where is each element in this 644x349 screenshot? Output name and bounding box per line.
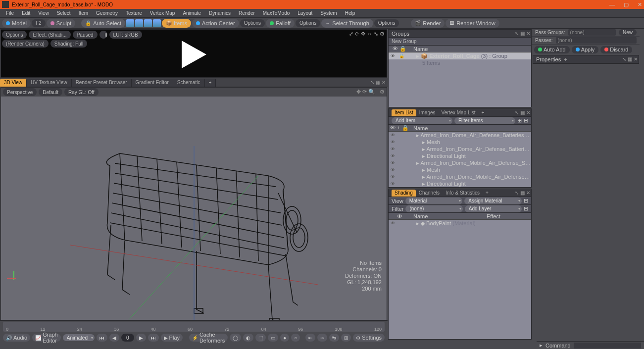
view-tab[interactable]: Render Preset Browser <box>72 79 132 87</box>
vp-default[interactable]: Default <box>39 88 62 96</box>
falloff-button[interactable]: Falloff <box>266 19 295 28</box>
itemlist-tab[interactable]: Item List <box>392 109 416 116</box>
filter-icon-2[interactable]: ⊟ <box>524 117 528 124</box>
menu-maxtomodo[interactable]: MaxToModo <box>259 10 294 16</box>
menu-layout[interactable]: Layout <box>294 10 316 16</box>
sh-icon[interactable]: ⊞ <box>524 198 528 204</box>
sculpt-button[interactable]: Sculpt <box>47 19 76 28</box>
tl-icon-2[interactable]: ◐ <box>243 334 253 342</box>
group-subrow[interactable]: 5 Items <box>389 59 531 66</box>
options-button-2[interactable]: Options <box>296 19 320 27</box>
assign-material-button[interactable]: Assign Material <box>464 198 522 204</box>
view-tab[interactable]: UV Texture View <box>27 79 72 87</box>
preview-view-icons[interactable]: ⤢ ⟳ ✥ ↔ ⤡ ⚙ <box>349 31 385 37</box>
items-button[interactable]: 📦Items <box>162 19 191 28</box>
newgroup-button[interactable]: New Group <box>389 38 531 46</box>
menu-edit[interactable]: Edit <box>18 10 34 16</box>
3d-viewport[interactable]: Perspective Default Ray GL: Off ✥ ⟳ 🔍 ⚙ <box>0 87 387 320</box>
view-tab[interactable]: Gradient Editor <box>132 79 173 87</box>
grapheditor-button[interactable]: 📈Graph Editor <box>32 334 61 342</box>
view-tab[interactable]: 3D View <box>0 79 27 87</box>
filter-icon[interactable]: ⊞ <box>517 117 522 124</box>
tl-icon-5[interactable]: ● <box>280 334 289 342</box>
menu-render[interactable]: Render <box>235 10 259 16</box>
cmd-history-icon[interactable]: ▸ <box>540 342 543 349</box>
play-icon[interactable] <box>182 41 206 68</box>
tl-last-icon[interactable]: ⏭ <box>148 334 159 342</box>
item-row[interactable]: 👁▸ Armed_Iron_Dome_Mobile_Air_Defense_Sy… <box>389 159 531 166</box>
shading-tab[interactable]: Shading <box>392 190 416 197</box>
menu-view[interactable]: View <box>34 10 53 16</box>
tl-icon-4[interactable]: ▭ <box>268 334 278 342</box>
tl-icon-6[interactable]: ○ <box>291 334 300 342</box>
menu-system[interactable]: System <box>316 10 341 16</box>
axis-gizmo-icon[interactable] <box>7 271 21 285</box>
vp-perspective[interactable]: Perspective <box>3 88 37 96</box>
maximize-icon[interactable]: ▢ <box>624 1 629 8</box>
passgroups-dropdown[interactable]: (none) <box>568 29 616 36</box>
vp-raygl[interactable]: Ray GL: Off <box>64 88 99 96</box>
audio-button[interactable]: 🔊Audio <box>3 334 30 342</box>
itemlist-tab[interactable]: + <box>479 109 488 116</box>
preview-pause-icon[interactable]: ⏸ <box>99 31 107 39</box>
tl-icon-1[interactable]: ◯ <box>230 334 241 342</box>
settings-button[interactable]: ⚙Settings <box>353 334 385 342</box>
filteritems-dropdown[interactable]: Filter Items <box>454 117 515 124</box>
tl-icon-7[interactable]: ⇤ <box>305 334 315 342</box>
itemlist-tab[interactable]: Images <box>416 109 439 116</box>
item-row[interactable]: 👁▸ Mesh <box>389 166 531 173</box>
view-dropdown[interactable]: Material <box>405 198 463 204</box>
panel-ctrl-icons[interactable]: ⤡ ▦ ✕ <box>515 31 530 36</box>
menu-dynamics[interactable]: Dynamics <box>205 10 235 16</box>
item-row[interactable]: 👁▸ Armed_Iron_Dome_Air_Defense_Batteries… <box>389 146 531 152</box>
tl-icon-3[interactable]: ⬚ <box>255 334 266 342</box>
tl-prev-icon[interactable]: ◀ <box>109 334 119 342</box>
vp-nav-icons[interactable]: ✥ ⟳ 🔍 ⚙ <box>356 89 385 95</box>
item-row[interactable]: 👁▸ Directional Light <box>389 180 531 187</box>
component-mode-icons[interactable] <box>126 19 161 27</box>
play-button[interactable]: ▶Play <box>161 334 183 342</box>
timeline-track[interactable]: 01224364860728496108120 <box>3 322 385 332</box>
preview-camera[interactable]: (Render Camera) <box>2 40 49 48</box>
tl-next-icon[interactable]: ▶ <box>136 334 146 342</box>
menu-animate[interactable]: Animate <box>179 10 205 16</box>
view-tab[interactable]: + <box>205 79 216 87</box>
menu-geometry[interactable]: Geometry <box>92 10 122 16</box>
tl-icon-8[interactable]: ⇥ <box>317 334 327 342</box>
panel-ctrl-icons[interactable]: ⤡ ▦ ✕ <box>515 190 530 196</box>
itemlist-tab[interactable]: Vertex Map List <box>439 109 479 116</box>
apply-button[interactable]: Apply <box>572 46 599 53</box>
menu-file[interactable]: File <box>2 10 18 16</box>
new-button[interactable]: New <box>619 29 637 36</box>
passes-dropdown[interactable]: (none) <box>556 37 637 44</box>
panel-ctrl-icons[interactable]: ⤡ ▦ ✕ <box>515 110 530 115</box>
preview-effect[interactable]: Effect: (Shadi... <box>29 31 70 39</box>
item-row[interactable]: 👁▸ Directional Light <box>389 152 531 159</box>
tl-first-icon[interactable]: ⏮ <box>97 334 107 342</box>
tl-icon-10[interactable]: ⊞ <box>341 334 351 342</box>
renderwindow-button[interactable]: 🖼Render Window <box>446 19 499 28</box>
options-button-3[interactable]: Options <box>374 19 399 27</box>
discard-button[interactable]: Discard <box>600 46 632 53</box>
viewport-ctrl-icons[interactable]: ⤡ ▦ ✕ <box>370 80 386 85</box>
group-row[interactable]: 👁 🔒▸ 📦 Exterior_Roll_Cage (3) : Group <box>389 52 531 59</box>
autoselect-button[interactable]: 🔒Auto-Select <box>81 19 125 28</box>
filter-dropdown[interactable]: (none) <box>405 205 462 212</box>
preview-lut[interactable]: LUT: sRGB <box>109 31 142 39</box>
preview-paused[interactable]: Paused <box>73 31 98 39</box>
model-button[interactable]: Model <box>2 19 31 28</box>
menu-vertexmap[interactable]: Vertex Map <box>146 10 179 16</box>
animated-dropdown[interactable]: Animated <box>63 334 95 341</box>
addlayer-dropdown[interactable]: Add Layer <box>465 205 522 212</box>
shading-tab[interactable]: Info & Statistics <box>443 190 483 197</box>
render-button[interactable]: 🎬Render <box>411 19 445 28</box>
menu-item[interactable]: Item <box>75 10 92 16</box>
material-row[interactable]: 👁▸ ◆ BodyPaint (Material) <box>389 220 531 227</box>
additem-dropdown[interactable]: Add Item <box>392 117 452 124</box>
shading-tab[interactable]: Channels <box>416 190 443 197</box>
menu-texture[interactable]: Texture <box>122 10 146 16</box>
preview-options[interactable]: Options <box>2 31 27 39</box>
actioncenter-button[interactable]: Action Center <box>192 19 239 28</box>
command-input[interactable] <box>574 343 641 349</box>
shading-tab[interactable]: + <box>483 190 492 197</box>
